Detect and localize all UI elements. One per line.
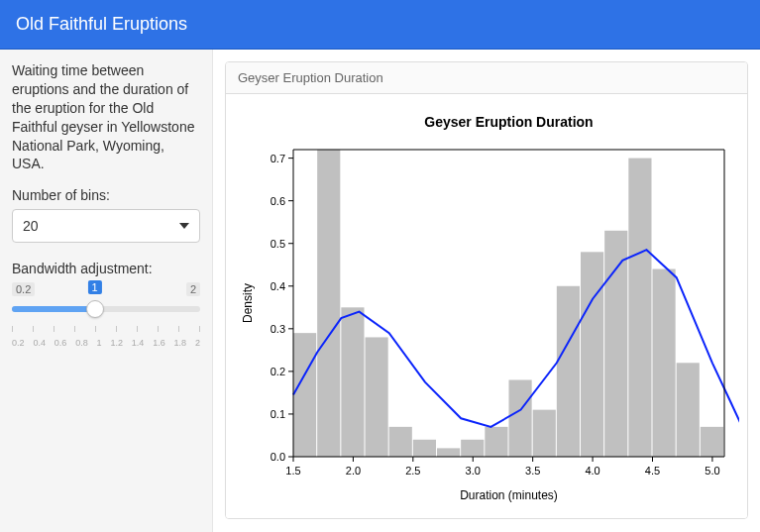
svg-rect-7	[437, 448, 460, 457]
slider-min-label: 0.2	[12, 282, 35, 296]
slider-handle[interactable]	[86, 300, 104, 318]
svg-text:3.0: 3.0	[466, 465, 481, 477]
slider-tick-labels: 0.20.40.60.811.21.41.61.82	[12, 338, 200, 348]
sidebar-description: Waiting time between eruptions and the d…	[12, 61, 200, 173]
svg-text:2.5: 2.5	[405, 465, 420, 477]
svg-text:0.3: 0.3	[271, 323, 285, 335]
svg-text:4.0: 4.0	[585, 465, 599, 477]
slider-max-label: 2	[186, 282, 200, 296]
svg-text:0.5: 0.5	[271, 238, 285, 250]
svg-text:3.5: 3.5	[525, 465, 540, 477]
svg-text:4.5: 4.5	[645, 465, 660, 477]
svg-rect-10	[509, 380, 532, 458]
svg-rect-6	[413, 440, 436, 457]
slider-value-badge: 1	[88, 280, 102, 294]
svg-text:5.0: 5.0	[705, 465, 719, 477]
svg-rect-8	[461, 440, 484, 457]
bandwidth-slider[interactable]: 1	[12, 298, 200, 320]
svg-text:0.2: 0.2	[271, 366, 285, 377]
app-title: Old Faithful Eruptions	[16, 14, 187, 35]
bandwidth-label: Bandwidth adjustment:	[12, 261, 200, 276]
svg-rect-2	[317, 150, 340, 457]
svg-rect-1	[293, 333, 316, 457]
svg-rect-15	[628, 159, 651, 457]
svg-rect-9	[485, 427, 507, 457]
slider-range-labels: 0.2 2	[12, 282, 200, 296]
bins-select[interactable]: 20	[12, 209, 200, 243]
bins-label: Number of bins:	[12, 187, 200, 203]
svg-rect-18	[701, 427, 723, 457]
svg-text:2.0: 2.0	[346, 465, 361, 477]
layout: Waiting time between eruptions and the d…	[0, 50, 760, 532]
svg-rect-14	[604, 231, 627, 457]
svg-text:0.4: 0.4	[271, 280, 285, 292]
svg-text:Density: Density	[241, 283, 255, 323]
slider-ticks	[12, 326, 200, 336]
svg-rect-3	[341, 307, 364, 457]
svg-rect-13	[581, 252, 603, 457]
chevron-down-icon	[179, 223, 189, 229]
svg-rect-11	[533, 410, 556, 457]
svg-text:1.5: 1.5	[285, 465, 300, 477]
main: Geyser Eruption Duration Geyser Eruption…	[213, 50, 760, 532]
svg-text:0.7: 0.7	[271, 153, 285, 164]
plot-panel: Geyser Eruption Duration Geyser Eruption…	[225, 61, 748, 519]
app-header: Old Faithful Eruptions	[0, 0, 760, 50]
bandwidth-slider-section: 0.2 2 1 0.20.40.60.811.21.41.61.82	[12, 282, 200, 348]
svg-rect-12	[557, 286, 580, 457]
panel-title: Geyser Eruption Duration	[226, 62, 747, 94]
bins-value: 20	[23, 218, 39, 234]
slider-fill	[12, 306, 95, 312]
svg-text:0.0: 0.0	[271, 451, 285, 463]
svg-text:0.6: 0.6	[271, 195, 285, 207]
svg-text:0.1: 0.1	[271, 408, 285, 420]
svg-rect-4	[366, 337, 388, 457]
plot-output: Geyser Eruption Duration1.52.02.53.03.54…	[226, 94, 747, 518]
svg-text:Geyser Eruption Duration: Geyser Eruption Duration	[424, 114, 593, 130]
sidebar: Waiting time between eruptions and the d…	[0, 50, 213, 532]
histogram-plot: Geyser Eruption Duration1.52.02.53.03.54…	[234, 105, 739, 511]
svg-rect-5	[389, 427, 412, 457]
svg-text:Duration (minutes): Duration (minutes)	[460, 488, 558, 502]
svg-rect-16	[653, 269, 676, 457]
svg-rect-17	[677, 363, 700, 457]
